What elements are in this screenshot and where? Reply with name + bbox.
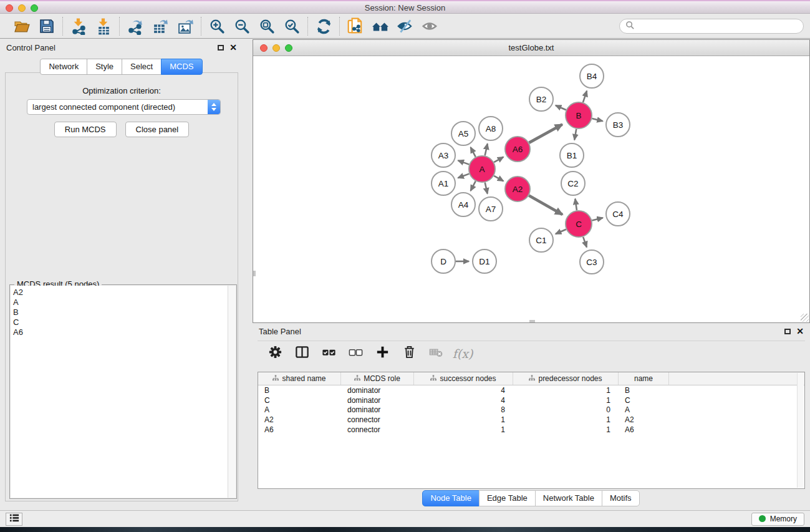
graph-node-C[interactable]: C: [566, 211, 592, 237]
zoom-fit-button[interactable]: [258, 17, 276, 36]
cell[interactable]: 4: [414, 386, 513, 395]
column-header-shared-name[interactable]: shared name: [258, 372, 341, 385]
tab-select[interactable]: Select: [122, 59, 162, 75]
task-history-button[interactable]: [6, 513, 22, 526]
result-list-scrollbar[interactable]: [228, 286, 236, 498]
cell[interactable]: 4: [414, 396, 513, 405]
graph-node-A3[interactable]: A3: [432, 143, 455, 167]
cell[interactable]: 1: [513, 396, 619, 405]
graph-edge-A-A5[interactable]: [471, 147, 476, 157]
graph-edge-C-C4[interactable]: [592, 218, 602, 220]
graph-edge-B-B4[interactable]: [583, 91, 587, 102]
save-session-button[interactable]: [37, 17, 56, 36]
network-canvas[interactable]: B4B2BB3A8A5A6B1A3AA1C2A2A4A7C4CC1C3DD1: [253, 56, 809, 322]
graph-node-B1[interactable]: B1: [560, 143, 584, 167]
table-row-A6[interactable]: A6connector11A6: [258, 425, 804, 435]
column-header-predecessor-nodes[interactable]: predecessor nodes: [513, 372, 619, 385]
export-table-button[interactable]: [151, 17, 170, 36]
cell[interactable]: 8: [414, 405, 513, 414]
cell[interactable]: 1: [513, 425, 619, 434]
cell[interactable]: 1: [414, 415, 513, 424]
criterion-dropdown[interactable]: largest connected component (directed): [27, 99, 221, 115]
split-view-button[interactable]: [293, 345, 311, 362]
graph-node-B3[interactable]: B3: [606, 113, 630, 137]
close-panel-icon[interactable]: ✕: [229, 44, 237, 51]
column-header-successor-nodes[interactable]: successor nodes: [414, 372, 513, 385]
graph-edge-A6-B[interactable]: [529, 124, 562, 142]
cell[interactable]: 1: [513, 386, 619, 395]
cell[interactable]: B: [258, 386, 341, 395]
graph-node-D1[interactable]: D1: [473, 249, 496, 273]
graph-node-B[interactable]: B: [566, 102, 592, 128]
graph-node-C4[interactable]: C4: [606, 202, 630, 226]
reset-view-button[interactable]: [371, 17, 390, 36]
graph-edge-C-C2[interactable]: [575, 199, 577, 210]
graph-node-C2[interactable]: C2: [561, 172, 585, 195]
import-network-button[interactable]: [69, 17, 88, 36]
table-settings-button[interactable]: [266, 345, 284, 362]
tab-network-table[interactable]: Network Table: [535, 490, 602, 506]
close-panel-button[interactable]: Close panel: [125, 122, 190, 137]
hide-graphics-details-button[interactable]: [396, 17, 415, 36]
delete-table-button[interactable]: [427, 345, 445, 362]
column-header-MCDS-role[interactable]: MCDS role: [341, 372, 414, 385]
tab-node-table[interactable]: Node Table: [422, 490, 480, 506]
graph-node-A1[interactable]: A1: [432, 172, 455, 195]
graph-edge-A-A6[interactable]: [494, 157, 503, 163]
tab-motifs[interactable]: Motifs: [602, 490, 640, 506]
cell[interactable]: A2: [619, 415, 669, 424]
deselect-all-button[interactable]: [347, 345, 364, 362]
graph-node-A5[interactable]: A5: [451, 122, 475, 145]
table-row-C[interactable]: Cdominator41C: [258, 395, 804, 405]
column-header-name[interactable]: name: [619, 372, 669, 385]
graph-node-A2[interactable]: A2: [505, 177, 530, 201]
tab-mcds[interactable]: MCDS: [161, 59, 202, 75]
graph-node-A8[interactable]: A8: [479, 117, 503, 140]
graph-edge-A-A3[interactable]: [458, 160, 470, 164]
search-input[interactable]: [638, 22, 798, 31]
zoom-in-button[interactable]: [208, 17, 226, 36]
cell[interactable]: dominator: [341, 396, 414, 405]
graph-node-C3[interactable]: C3: [580, 250, 604, 274]
tab-network[interactable]: Network: [40, 59, 87, 75]
cell[interactable]: A2: [258, 415, 341, 424]
cell[interactable]: connector: [341, 425, 414, 434]
cell[interactable]: A: [619, 405, 669, 414]
import-table-button[interactable]: [94, 17, 113, 36]
select-all-button[interactable]: [320, 345, 337, 362]
graph-node-C1[interactable]: C1: [529, 228, 553, 252]
resize-grip[interactable]: [801, 314, 809, 322]
float-table-panel-icon[interactable]: [784, 329, 791, 334]
memory-button[interactable]: Memory: [751, 513, 804, 526]
mcds-result-list[interactable]: A2ABCA6: [11, 286, 236, 498]
result-item-A6[interactable]: A6: [11, 327, 236, 337]
graph-edge-B-B3[interactable]: [592, 118, 602, 121]
table-scrollbar[interactable]: [797, 373, 804, 488]
graph-edge-A-A7[interactable]: [485, 182, 488, 193]
cell[interactable]: A6: [619, 425, 669, 434]
graph-edge-A-A8[interactable]: [485, 143, 488, 155]
export-network-button[interactable]: [126, 17, 145, 36]
cell[interactable]: C: [619, 396, 669, 405]
graph-edge-A2-C[interactable]: [529, 195, 562, 215]
tab-edge-table[interactable]: Edge Table: [479, 490, 536, 506]
graph-edge-A-A1[interactable]: [458, 174, 469, 178]
run-mcds-button[interactable]: Run MCDS: [54, 122, 117, 137]
graph-node-B4[interactable]: B4: [580, 64, 604, 88]
zoom-out-button[interactable]: [233, 17, 251, 36]
add-column-button[interactable]: [374, 345, 391, 362]
search-box[interactable]: [619, 19, 804, 34]
cell[interactable]: A6: [258, 425, 341, 434]
graph-node-A7[interactable]: A7: [479, 197, 503, 221]
close-table-panel-icon[interactable]: ✕: [796, 328, 804, 334]
clone-network-button[interactable]: [346, 17, 365, 36]
table-row-A[interactable]: Adominator80A: [258, 405, 804, 415]
cell[interactable]: C: [258, 396, 341, 405]
cell[interactable]: B: [619, 386, 669, 395]
float-panel-icon[interactable]: [218, 45, 224, 51]
result-item-A[interactable]: A: [11, 297, 236, 307]
function-builder-button[interactable]: f(x): [454, 345, 471, 362]
zoom-selected-button[interactable]: [282, 17, 301, 36]
graph-edge-C-C1[interactable]: [556, 230, 566, 234]
cell[interactable]: connector: [341, 415, 414, 424]
